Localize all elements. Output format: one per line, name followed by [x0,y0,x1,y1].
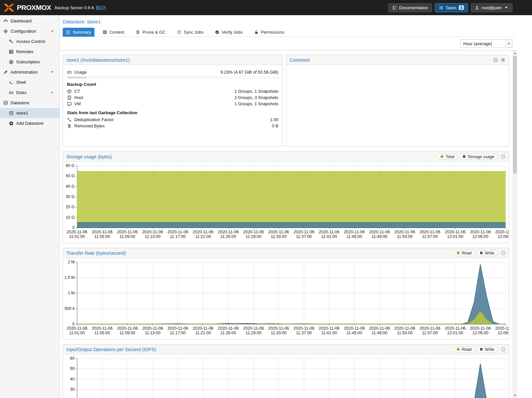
svg-text:40: 40 [70,377,75,381]
svg-text:2020-11-06: 2020-11-06 [470,230,491,234]
svg-text:2020-11-06: 2020-11-06 [193,230,213,234]
collapse-chart-icon[interactable] [501,250,506,255]
refresh-icon [177,30,181,34]
iops-title: Input/Output Operations per Second (IOPS… [66,347,156,352]
sidebar-item-administration[interactable]: Administration [0,67,59,77]
svg-text:11:45:00: 11:45:00 [346,331,362,335]
iops-header: Input/Output Operations per Second (IOPS… [63,345,509,354]
storage-usage-legend: TotalStorage usage [437,154,498,160]
server-icon [9,50,14,54]
svg-text:2020-11-06: 2020-11-06 [66,230,87,234]
datastore-summary-panel: store1 (/mnt/datastores/store1) Usage 9.… [63,55,283,147]
gears-icon [3,29,8,34]
stat-value: 1 Groups, 1 Snapshots [234,101,278,106]
tab-permissions[interactable]: Permissions [251,28,288,37]
collapse-chart-icon[interactable] [501,347,506,352]
sidebar-item-add-datastore[interactable]: Add Datastore [0,118,59,128]
caret-down-icon[interactable] [51,70,54,74]
sidebar-item-remotes[interactable]: Remotes [0,47,59,57]
book-icon [66,30,70,34]
legend-item-read[interactable]: Read [453,250,475,256]
svg-text:2020-11-06: 2020-11-06 [142,326,163,331]
svg-text:2020-11-06: 2020-11-06 [319,326,339,331]
svg-text:2020-11-06: 2020-11-06 [268,326,289,331]
svg-text:12:09:00: 12:09:00 [498,331,509,335]
tab-prune-gc[interactable]: Prune & GC [132,28,169,37]
sidebar-item-store1[interactable]: store1 [0,108,59,118]
legend-item-total[interactable]: Total [437,154,457,160]
brand-text: PROXMOX [17,4,51,12]
datastore-summary-header: store1 (/mnt/datastores/store1) [63,55,282,65]
grid-icon [103,30,107,34]
scrollbar-thumb[interactable] [513,56,517,174]
svg-text:2020-11-06: 2020-11-06 [268,230,289,234]
combo-trigger[interactable] [505,40,512,48]
scroll-up-arrow[interactable] [513,50,517,56]
scroll-down-arrow[interactable] [513,393,517,398]
tab-summary[interactable]: Summary [63,28,94,37]
usage-progress [67,77,278,79]
caret-right-icon[interactable] [51,91,54,94]
documentation-button[interactable]: Documentation [388,3,432,12]
svg-text:12:05:00: 12:05:00 [472,331,488,335]
svg-text:12:09:00: 12:09:00 [498,234,509,239]
legend-item-write[interactable]: Write [477,250,498,256]
time-range-select[interactable]: Hour (average) [460,39,513,48]
legend-dot [463,155,466,158]
collapse-chart-icon[interactable] [501,154,506,159]
sidebar-item-label: Shell [16,80,26,85]
tab-label: Content [109,30,124,35]
sidebar-item-access-control[interactable]: Access Control [0,36,59,47]
gc-stats-list: Deduplication Factor1.00Removed Bytes0 B [67,116,278,129]
book-icon [392,6,397,10]
legend-item-write[interactable]: Write [477,347,498,352]
svg-text:2020-11-06: 2020-11-06 [294,230,314,234]
svg-text:2020-11-06: 2020-11-06 [419,326,440,331]
sidebar-item-datastore[interactable]: Datastore [0,98,59,108]
backup-count-heading: Backup Count [67,82,278,87]
sidebar-item-disks[interactable]: Disks [0,87,59,98]
svg-text:60 G: 60 G [66,163,75,168]
tab-verify-jobs[interactable]: Verify Jobs [212,28,246,37]
user-icon [475,6,479,10]
svg-text:11:45:00: 11:45:00 [346,234,362,239]
stat-row-host: Host2 Groups, 3 Snapshots [67,94,278,101]
svg-text:11:21:00: 11:21:00 [195,234,211,239]
sidebar-item-configuration[interactable]: Configuration [0,26,59,36]
check-circle-icon [215,30,219,34]
beta-link[interactable]: BETA [96,5,106,10]
svg-text:30 G: 30 G [66,194,75,199]
tab-content[interactable]: Content [99,28,128,37]
tab-label: Prune & GC [142,30,165,35]
sidebar-item-subscription[interactable]: Subscription [0,57,59,67]
user-menu-button[interactable]: root@pam [471,3,513,12]
page-header: Datastore: store1 [60,15,517,28]
caret-down-icon[interactable] [51,29,54,33]
svg-text:11:25:00: 11:25:00 [220,331,236,335]
gear-icon[interactable] [501,57,506,62]
legend-item-storage-usage[interactable]: Storage usage [459,154,498,160]
tab-bar: SummaryContentPrune & GCSync JobsVerify … [60,28,517,37]
plus-circle-icon [9,121,14,126]
stat-label: Host [74,95,83,100]
tasks-button[interactable]: Tasks 1 [435,3,468,12]
circle-slash-icon[interactable] [493,57,498,62]
comment-header: Comment [286,55,509,65]
sidebar-item-label: Datastore [11,100,29,105]
comment-body[interactable] [286,65,509,73]
svg-text:0: 0 [72,225,75,230]
terminal-icon [9,80,14,85]
sidebar-item-shell[interactable]: Shell [0,77,59,87]
legend-dot [480,251,483,254]
svg-text:11:41:00: 11:41:00 [321,331,337,335]
tab-sync-jobs[interactable]: Sync Jobs [174,28,207,37]
sidebar-item-label: Add Datastore [16,121,44,126]
vertical-scrollbar[interactable] [513,50,517,398]
storage-usage-title: Storage usage (bytes) [66,154,112,159]
stat-value: 1.00 [270,117,278,122]
sidebar-item-dashboard[interactable]: Dashboard [0,16,59,26]
svg-text:2020-11-06: 2020-11-06 [92,326,113,331]
datastore-summary-title: store1 (/mnt/datastores/store1) [66,57,129,63]
legend-item-read[interactable]: Read [453,347,475,352]
caret-down-icon [504,5,509,10]
